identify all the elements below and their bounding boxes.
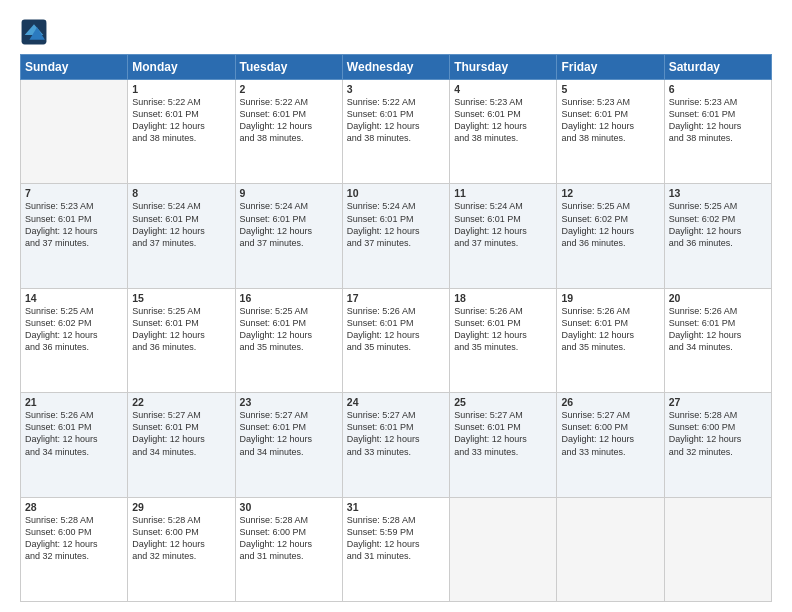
day-number: 19	[561, 292, 659, 304]
day-number: 27	[669, 396, 767, 408]
day-number: 15	[132, 292, 230, 304]
weekday-header-wednesday: Wednesday	[342, 55, 449, 80]
weekday-header-tuesday: Tuesday	[235, 55, 342, 80]
calendar-cell: 21Sunrise: 5:26 AM Sunset: 6:01 PM Dayli…	[21, 393, 128, 497]
calendar-cell: 29Sunrise: 5:28 AM Sunset: 6:00 PM Dayli…	[128, 497, 235, 601]
day-number: 21	[25, 396, 123, 408]
day-info: Sunrise: 5:27 AM Sunset: 6:01 PM Dayligh…	[240, 409, 338, 458]
weekday-header-thursday: Thursday	[450, 55, 557, 80]
calendar-cell: 9Sunrise: 5:24 AM Sunset: 6:01 PM Daylig…	[235, 184, 342, 288]
day-info: Sunrise: 5:24 AM Sunset: 6:01 PM Dayligh…	[240, 200, 338, 249]
day-number: 20	[669, 292, 767, 304]
day-info: Sunrise: 5:26 AM Sunset: 6:01 PM Dayligh…	[347, 305, 445, 354]
day-number: 3	[347, 83, 445, 95]
calendar-cell: 25Sunrise: 5:27 AM Sunset: 6:01 PM Dayli…	[450, 393, 557, 497]
calendar-cell: 22Sunrise: 5:27 AM Sunset: 6:01 PM Dayli…	[128, 393, 235, 497]
day-number: 2	[240, 83, 338, 95]
calendar-cell	[21, 80, 128, 184]
day-info: Sunrise: 5:25 AM Sunset: 6:02 PM Dayligh…	[669, 200, 767, 249]
calendar-cell: 8Sunrise: 5:24 AM Sunset: 6:01 PM Daylig…	[128, 184, 235, 288]
calendar-cell: 2Sunrise: 5:22 AM Sunset: 6:01 PM Daylig…	[235, 80, 342, 184]
day-number: 24	[347, 396, 445, 408]
calendar-cell: 16Sunrise: 5:25 AM Sunset: 6:01 PM Dayli…	[235, 288, 342, 392]
day-number: 29	[132, 501, 230, 513]
day-info: Sunrise: 5:23 AM Sunset: 6:01 PM Dayligh…	[25, 200, 123, 249]
day-number: 28	[25, 501, 123, 513]
day-info: Sunrise: 5:28 AM Sunset: 6:00 PM Dayligh…	[240, 514, 338, 563]
calendar-cell: 20Sunrise: 5:26 AM Sunset: 6:01 PM Dayli…	[664, 288, 771, 392]
day-info: Sunrise: 5:25 AM Sunset: 6:02 PM Dayligh…	[561, 200, 659, 249]
calendar-cell: 5Sunrise: 5:23 AM Sunset: 6:01 PM Daylig…	[557, 80, 664, 184]
calendar-cell: 1Sunrise: 5:22 AM Sunset: 6:01 PM Daylig…	[128, 80, 235, 184]
calendar-cell: 3Sunrise: 5:22 AM Sunset: 6:01 PM Daylig…	[342, 80, 449, 184]
day-info: Sunrise: 5:26 AM Sunset: 6:01 PM Dayligh…	[669, 305, 767, 354]
day-number: 5	[561, 83, 659, 95]
day-info: Sunrise: 5:28 AM Sunset: 6:00 PM Dayligh…	[669, 409, 767, 458]
day-info: Sunrise: 5:28 AM Sunset: 5:59 PM Dayligh…	[347, 514, 445, 563]
day-info: Sunrise: 5:28 AM Sunset: 6:00 PM Dayligh…	[132, 514, 230, 563]
day-number: 12	[561, 187, 659, 199]
weekday-header-friday: Friday	[557, 55, 664, 80]
calendar-cell: 28Sunrise: 5:28 AM Sunset: 6:00 PM Dayli…	[21, 497, 128, 601]
day-number: 13	[669, 187, 767, 199]
day-number: 18	[454, 292, 552, 304]
day-info: Sunrise: 5:27 AM Sunset: 6:00 PM Dayligh…	[561, 409, 659, 458]
day-number: 9	[240, 187, 338, 199]
day-info: Sunrise: 5:23 AM Sunset: 6:01 PM Dayligh…	[454, 96, 552, 145]
day-number: 31	[347, 501, 445, 513]
calendar-cell: 13Sunrise: 5:25 AM Sunset: 6:02 PM Dayli…	[664, 184, 771, 288]
day-number: 25	[454, 396, 552, 408]
calendar-cell: 14Sunrise: 5:25 AM Sunset: 6:02 PM Dayli…	[21, 288, 128, 392]
day-number: 4	[454, 83, 552, 95]
day-info: Sunrise: 5:27 AM Sunset: 6:01 PM Dayligh…	[347, 409, 445, 458]
day-info: Sunrise: 5:24 AM Sunset: 6:01 PM Dayligh…	[132, 200, 230, 249]
day-info: Sunrise: 5:23 AM Sunset: 6:01 PM Dayligh…	[561, 96, 659, 145]
calendar-cell: 24Sunrise: 5:27 AM Sunset: 6:01 PM Dayli…	[342, 393, 449, 497]
calendar-cell: 7Sunrise: 5:23 AM Sunset: 6:01 PM Daylig…	[21, 184, 128, 288]
day-info: Sunrise: 5:22 AM Sunset: 6:01 PM Dayligh…	[132, 96, 230, 145]
weekday-header-monday: Monday	[128, 55, 235, 80]
day-info: Sunrise: 5:25 AM Sunset: 6:01 PM Dayligh…	[240, 305, 338, 354]
day-number: 16	[240, 292, 338, 304]
day-number: 7	[25, 187, 123, 199]
calendar-cell: 27Sunrise: 5:28 AM Sunset: 6:00 PM Dayli…	[664, 393, 771, 497]
day-number: 23	[240, 396, 338, 408]
calendar-cell: 18Sunrise: 5:26 AM Sunset: 6:01 PM Dayli…	[450, 288, 557, 392]
calendar-cell: 12Sunrise: 5:25 AM Sunset: 6:02 PM Dayli…	[557, 184, 664, 288]
day-number: 17	[347, 292, 445, 304]
day-number: 8	[132, 187, 230, 199]
calendar-cell: 15Sunrise: 5:25 AM Sunset: 6:01 PM Dayli…	[128, 288, 235, 392]
calendar-cell: 6Sunrise: 5:23 AM Sunset: 6:01 PM Daylig…	[664, 80, 771, 184]
day-number: 30	[240, 501, 338, 513]
calendar-cell	[557, 497, 664, 601]
calendar-cell: 11Sunrise: 5:24 AM Sunset: 6:01 PM Dayli…	[450, 184, 557, 288]
day-info: Sunrise: 5:24 AM Sunset: 6:01 PM Dayligh…	[347, 200, 445, 249]
day-info: Sunrise: 5:25 AM Sunset: 6:01 PM Dayligh…	[132, 305, 230, 354]
day-number: 1	[132, 83, 230, 95]
day-number: 22	[132, 396, 230, 408]
calendar-cell: 4Sunrise: 5:23 AM Sunset: 6:01 PM Daylig…	[450, 80, 557, 184]
day-info: Sunrise: 5:24 AM Sunset: 6:01 PM Dayligh…	[454, 200, 552, 249]
day-number: 26	[561, 396, 659, 408]
day-number: 10	[347, 187, 445, 199]
calendar-cell	[664, 497, 771, 601]
day-number: 6	[669, 83, 767, 95]
day-info: Sunrise: 5:26 AM Sunset: 6:01 PM Dayligh…	[25, 409, 123, 458]
day-info: Sunrise: 5:27 AM Sunset: 6:01 PM Dayligh…	[454, 409, 552, 458]
calendar-cell	[450, 497, 557, 601]
day-info: Sunrise: 5:26 AM Sunset: 6:01 PM Dayligh…	[561, 305, 659, 354]
weekday-header-sunday: Sunday	[21, 55, 128, 80]
day-number: 14	[25, 292, 123, 304]
day-info: Sunrise: 5:27 AM Sunset: 6:01 PM Dayligh…	[132, 409, 230, 458]
calendar-cell: 26Sunrise: 5:27 AM Sunset: 6:00 PM Dayli…	[557, 393, 664, 497]
day-info: Sunrise: 5:22 AM Sunset: 6:01 PM Dayligh…	[347, 96, 445, 145]
day-info: Sunrise: 5:28 AM Sunset: 6:00 PM Dayligh…	[25, 514, 123, 563]
day-number: 11	[454, 187, 552, 199]
logo	[20, 18, 52, 46]
calendar-cell: 17Sunrise: 5:26 AM Sunset: 6:01 PM Dayli…	[342, 288, 449, 392]
calendar-cell: 10Sunrise: 5:24 AM Sunset: 6:01 PM Dayli…	[342, 184, 449, 288]
calendar-cell: 23Sunrise: 5:27 AM Sunset: 6:01 PM Dayli…	[235, 393, 342, 497]
day-info: Sunrise: 5:25 AM Sunset: 6:02 PM Dayligh…	[25, 305, 123, 354]
day-info: Sunrise: 5:23 AM Sunset: 6:01 PM Dayligh…	[669, 96, 767, 145]
logo-icon	[20, 18, 48, 46]
